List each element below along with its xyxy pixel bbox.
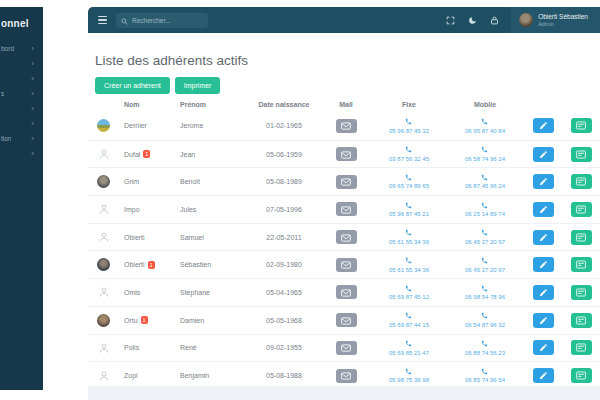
fixe-phone-link[interactable]: 05 61 55 34 36 (389, 257, 429, 273)
header-mail: Mail (320, 101, 372, 108)
send-mail-button[interactable] (336, 258, 357, 272)
member-prenom: Samuel (174, 234, 248, 241)
top-navbar: Rechercher... Obierti Sébastien Admin (88, 7, 600, 33)
member-card-button[interactable] (571, 340, 592, 355)
moon-icon[interactable] (467, 15, 477, 25)
fixe-phone-link[interactable]: 05 98 75 36 98 (389, 368, 429, 384)
send-mail-button[interactable] (336, 369, 357, 383)
edit-member-button[interactable] (533, 257, 554, 272)
fixe-phone-link[interactable]: 09 65 74 89 65 (389, 174, 429, 190)
fixe-phone-link[interactable]: 05 69 87 45 12 (389, 285, 429, 301)
mobile-phone-link[interactable]: 06 25 14 89 74 (465, 202, 505, 218)
send-mail-button[interactable] (336, 285, 357, 299)
member-prenom: Jerome (174, 122, 248, 129)
fixe-phone-link[interactable]: 05 96 87 45 21 (389, 202, 429, 218)
envelope-icon (341, 368, 351, 383)
hamburger-icon[interactable] (98, 16, 107, 24)
pencil-icon (539, 313, 548, 328)
edit-member-button[interactable] (533, 313, 554, 328)
send-mail-button[interactable] (336, 175, 357, 189)
member-card-button[interactable] (571, 202, 592, 217)
member-card-button[interactable] (571, 368, 592, 383)
fixe-phone-link[interactable]: 05 61 55 34 36 (389, 229, 429, 245)
user-menu[interactable]: Obierti Sébastien Admin (511, 7, 600, 33)
mobile-phone-link[interactable]: 06 98 54 78 96 (465, 285, 505, 301)
user-name: Obierti Sébastien (538, 13, 588, 21)
member-card-button[interactable] (571, 230, 592, 245)
chevron-right-icon: › (31, 90, 34, 98)
send-mail-button[interactable] (336, 341, 357, 355)
sidebar-item-2[interactable]: › (0, 71, 43, 86)
member-fixe: 05 96 87 45 21 (389, 211, 429, 217)
edit-member-button[interactable] (533, 368, 554, 383)
member-date-naissance: 05-06-1959 (248, 151, 320, 158)
table-row: Obierti 1 Sébastien 02-09-1980 05 61 55 … (88, 250, 600, 278)
fullscreen-icon[interactable] (445, 15, 455, 25)
edit-member-button[interactable] (533, 147, 554, 162)
edit-member-button[interactable] (533, 340, 554, 355)
edit-member-button[interactable] (533, 230, 554, 245)
sidebar-item-6[interactable]: tion› (0, 131, 43, 146)
fixe-phone-link[interactable]: 05 69 85 21 47 (389, 340, 429, 356)
phone-icon (481, 174, 488, 182)
notification-badge: 1 (148, 261, 155, 269)
member-prenom: Stephane (174, 289, 248, 296)
sidebar-item-7[interactable]: › (0, 146, 43, 161)
mobile-phone-link[interactable]: 06 88 74 56 23 (465, 340, 505, 356)
send-mail-button[interactable] (336, 147, 357, 161)
member-card-button[interactable] (571, 147, 592, 162)
pencil-icon (539, 340, 548, 355)
phone-icon (405, 174, 412, 182)
sidebar-title: onnel (0, 7, 43, 29)
mobile-phone-link[interactable]: 06 85 74 96 54 (465, 368, 505, 384)
sidebar-item-4[interactable]: › (0, 101, 43, 116)
print-button[interactable]: Imprimer (175, 77, 221, 94)
member-card-button[interactable] (571, 118, 592, 133)
member-mobile: 06 25 14 89 74 (465, 211, 505, 217)
table-row: Impo Jules 07-05-1996 05 96 87 45 21 (88, 195, 600, 223)
envelope-icon (341, 174, 351, 189)
sidebar-item-5[interactable]: › (0, 116, 43, 131)
send-mail-button[interactable] (336, 230, 357, 244)
mobile-phone-link[interactable]: 06 45 27 20 97 (465, 257, 505, 273)
chevron-right-icon: › (31, 75, 34, 83)
fixe-phone-link[interactable]: 05 69 87 44 15 (389, 312, 429, 328)
sidebar-item-3[interactable]: s› (0, 86, 43, 101)
card-icon (576, 118, 586, 133)
member-date-naissance: 01-02-1965 (248, 122, 320, 129)
table-row: Polis René 09-02-1955 05 69 85 21 47 (88, 334, 600, 362)
edit-member-button[interactable] (533, 174, 554, 189)
search-input[interactable]: Rechercher... (116, 13, 208, 28)
edit-member-button[interactable] (533, 202, 554, 217)
member-card-button[interactable] (571, 257, 592, 272)
mobile-phone-link[interactable]: 06 87 45 96 24 (465, 174, 505, 190)
send-mail-button[interactable] (336, 119, 357, 133)
fixe-phone-link[interactable]: 03 87 56 32 45 (389, 146, 429, 162)
member-card-button[interactable] (571, 285, 592, 300)
member-card-button[interactable] (571, 313, 592, 328)
lock-icon[interactable] (489, 15, 499, 25)
send-mail-button[interactable] (336, 202, 357, 216)
mobile-phone-link[interactable]: 06 95 87 40 84 (465, 118, 505, 134)
sidebar-item-1[interactable]: › (0, 56, 43, 71)
card-icon (576, 257, 586, 272)
mobile-phone-link[interactable]: 06 54 87 96 32 (465, 312, 505, 328)
mobile-phone-link[interactable]: 06 45 27 20 97 (465, 229, 505, 245)
table-body: Dernier Jerome 01-02-1965 05 96 87 45 32 (88, 112, 600, 389)
edit-member-button[interactable] (533, 118, 554, 133)
member-fixe: 05 98 75 36 98 (389, 377, 429, 383)
chevron-right-icon: › (31, 150, 34, 158)
member-date-naissance: 09-02-1955 (248, 344, 320, 351)
card-icon (576, 368, 586, 383)
sidebar-item-0[interactable]: bord› (0, 41, 43, 56)
create-member-button[interactable]: Créer un adhérent (95, 77, 170, 94)
member-nom: Obierti (124, 261, 145, 268)
member-card-button[interactable] (571, 174, 592, 189)
mobile-phone-link[interactable]: 06 58 74 96 24 (465, 146, 505, 162)
fixe-phone-link[interactable]: 05 96 87 45 32 (389, 118, 429, 134)
user-avatar (519, 13, 533, 27)
member-nom: Omis (124, 289, 140, 296)
edit-member-button[interactable] (533, 285, 554, 300)
pencil-icon (539, 118, 548, 133)
send-mail-button[interactable] (336, 313, 357, 327)
